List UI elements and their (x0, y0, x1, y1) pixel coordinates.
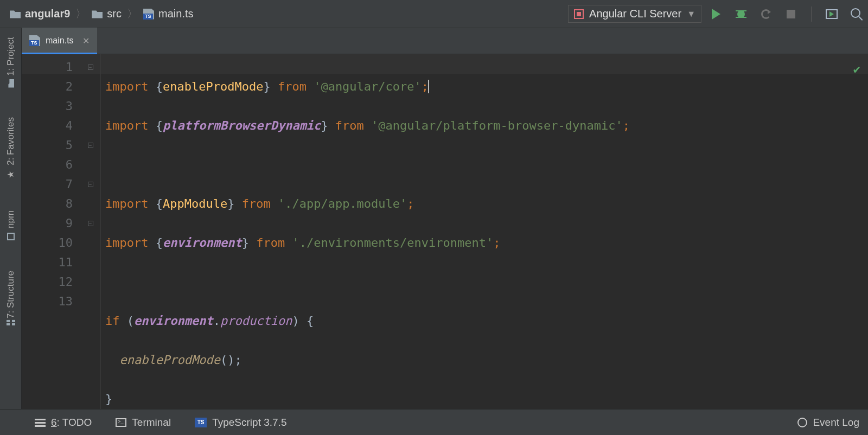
tool-event-log-label: Event Log (813, 417, 859, 428)
line-number: 10 (22, 233, 73, 253)
line-number: 5 (22, 136, 73, 155)
breadcrumb-file-label: main.ts (158, 8, 193, 20)
editor-tab-label: main.ts (46, 36, 74, 46)
chevron-down-icon: ▼ (687, 9, 695, 19)
tool-typescript[interactable]: TS TypeScript 3.7.5 (195, 417, 286, 428)
event-log-icon (797, 418, 807, 427)
close-icon[interactable]: ✕ (82, 36, 90, 46)
separator (811, 7, 812, 22)
breadcrumb: angular9 〉 src 〉 main.ts (10, 7, 194, 21)
line-number: 11 (22, 253, 73, 272)
line-number: 9 (22, 214, 73, 233)
fold-toggle-icon[interactable]: − (88, 182, 93, 187)
terminal-icon (116, 418, 126, 427)
coverage-button[interactable] (759, 7, 773, 21)
line-number: 13 (22, 292, 73, 311)
npm-icon (7, 233, 15, 240)
left-tool-stripe: 1: Project ★ 2: Favorites npm 7: Structu… (0, 28, 22, 409)
debug-button[interactable] (734, 7, 748, 21)
breadcrumb-folder-label: src (107, 8, 122, 20)
typescript-icon: TS (195, 418, 207, 427)
fold-toggle-icon[interactable]: − (88, 65, 93, 70)
tool-favorites-label: 2: Favorites (5, 117, 16, 165)
tool-typescript-label: TypeScript 3.7.5 (212, 417, 286, 428)
bug-icon (736, 9, 746, 20)
stop-icon (787, 10, 795, 18)
run-config-selector[interactable]: Angular CLI Server ▼ (568, 5, 701, 23)
tool-structure[interactable]: 7: Structure (4, 262, 17, 340)
search-icon (851, 8, 863, 20)
angular-icon (574, 9, 584, 19)
line-number: 2 (22, 77, 73, 97)
status-bar: 6: TODO Terminal TS TypeScript 3.7.5 Eve… (0, 409, 868, 435)
line-number: 3 (22, 97, 73, 116)
breadcrumb-folder[interactable]: src (92, 8, 122, 20)
line-number: 4 (22, 116, 73, 136)
code-editor[interactable]: ✔ 1 2 3 4 5 6 7 8 9 10 11 12 13 − − (22, 54, 868, 409)
editor-tab-main[interactable]: main.ts ✕ (22, 28, 97, 54)
tool-project-label: 1: Project (5, 37, 16, 76)
editor-tabs: main.ts ✕ (22, 28, 868, 54)
tool-favorites[interactable]: ★ 2: Favorites (4, 108, 17, 189)
line-number: 12 (22, 272, 73, 292)
folder-icon (8, 79, 14, 88)
line-number: 7 (22, 175, 73, 194)
stop-button[interactable] (784, 7, 798, 21)
tool-npm-label: npm (5, 210, 16, 228)
text-cursor (428, 80, 429, 93)
folder-icon (10, 10, 21, 18)
line-number: 1 (22, 57, 73, 77)
breadcrumb-file[interactable]: main.ts (143, 8, 193, 20)
coverage-icon (761, 9, 771, 19)
search-everywhere-button[interactable] (850, 7, 864, 21)
code-content[interactable]: import {enableProdMode} from '@angular/c… (101, 54, 630, 409)
tool-structure-label: 7: Structure (5, 271, 16, 318)
folder-icon (92, 10, 103, 18)
tool-project[interactable]: 1: Project (4, 28, 17, 95)
tool-npm[interactable]: npm (4, 202, 17, 249)
tool-terminal[interactable]: Terminal (116, 417, 171, 428)
run-config-label: Angular CLI Server (589, 8, 681, 20)
run-anything-button[interactable] (825, 7, 839, 21)
line-number: 6 (22, 155, 73, 175)
tool-terminal-label: Terminal (132, 417, 171, 428)
line-number: 8 (22, 194, 73, 214)
structure-icon (7, 323, 15, 331)
run-button[interactable] (709, 7, 723, 21)
fold-toggle-icon[interactable]: − (88, 143, 93, 148)
breadcrumb-project-label: angular9 (25, 8, 70, 20)
line-number-gutter[interactable]: 1 2 3 4 5 6 7 8 9 10 11 12 13 (22, 54, 80, 409)
breadcrumb-project[interactable]: angular9 (10, 8, 70, 20)
todo-icon (35, 419, 46, 426)
tool-event-log[interactable]: Event Log (797, 417, 859, 428)
play-icon (712, 9, 720, 20)
todo-num: 6 (51, 417, 57, 428)
ts-file-icon (29, 35, 40, 46)
fold-gutter[interactable]: − − − − (80, 54, 101, 409)
navigation-bar: angular9 〉 src 〉 main.ts Angular CLI Ser… (0, 0, 868, 28)
inspection-ok-icon[interactable]: ✔ (853, 60, 860, 79)
fold-end-icon[interactable]: − (88, 221, 93, 226)
tool-todo-label: : TODO (57, 417, 92, 428)
toolbar-icons (709, 7, 864, 22)
tool-todo[interactable]: 6: TODO (35, 417, 92, 428)
chevron-right-icon: 〉 (127, 7, 138, 21)
chevron-right-icon: 〉 (75, 7, 86, 21)
run-anything-icon (826, 9, 838, 19)
star-icon: ★ (5, 170, 16, 180)
ts-file-icon (143, 9, 154, 20)
